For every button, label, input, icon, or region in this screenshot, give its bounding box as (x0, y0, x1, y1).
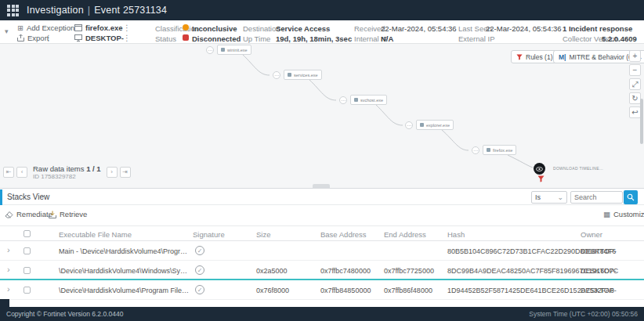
fit-view-button[interactable]: ⤢ (629, 78, 641, 90)
bottom-panel-toggle[interactable] (0, 299, 9, 307)
col-hash[interactable]: Hash (447, 230, 465, 239)
row-checkbox[interactable] (24, 247, 31, 254)
title-separator: | (88, 5, 90, 16)
customize-button[interactable]: ▦ Customize (603, 210, 644, 218)
device-item[interactable]: DESKTOP- (74, 34, 124, 42)
row-expand-icon[interactable]: › (7, 245, 10, 254)
classification-inconclusive-icon (183, 24, 189, 31)
stacks-view-header: Stacks View Is ⌄ (0, 189, 644, 205)
collapse-caret-icon[interactable]: ▾ (5, 27, 9, 35)
retrieve-label: Retrieve (60, 210, 87, 218)
row-expand-icon[interactable]: › (7, 284, 10, 294)
status-value: Disconnected (192, 34, 241, 43)
node-more-icon[interactable]: ⋯ (273, 71, 280, 79)
col-owner[interactable]: Owner (581, 230, 602, 239)
process-item[interactable]: firefox.exe (74, 23, 123, 32)
process-node[interactable]: svchost.exe (350, 95, 387, 105)
mitre-logo-icon: M| (559, 53, 566, 61)
process-node[interactable]: services.exe (284, 70, 322, 80)
search-button[interactable] (624, 190, 638, 204)
col-signature[interactable]: Signature (193, 230, 225, 239)
row-checkbox[interactable] (24, 267, 31, 274)
external-ip-label: External IP (458, 34, 494, 43)
destination-label: Destination (243, 24, 280, 33)
row-expand-icon[interactable]: › (7, 265, 10, 274)
cell-executable: \Device\HarddiskVolume4\Program Files\Mo… (59, 287, 190, 294)
filter-operator-value: Is (535, 193, 541, 201)
copyright-text: Copyright © Fortinet Version 6.2.0.0440 (6, 310, 123, 318)
uptime-label: Up Time (243, 34, 270, 43)
raw-data-id: ID 1758329782 (33, 173, 101, 180)
node-more-icon[interactable]: ⋯ (206, 46, 214, 54)
cell-owner: DESKTOP- (581, 287, 617, 294)
application-window-icon (74, 24, 82, 31)
col-executable-file-name[interactable]: Executable File Name (59, 230, 132, 239)
mitre-label: MITRE & Behavior (0) (569, 53, 634, 61)
filter-operator-select[interactable]: Is ⌄ (531, 191, 567, 204)
table-row[interactable]: › \Device\HarddiskVolume4\Windows\System… (0, 261, 644, 280)
add-exception-icon: ⊞ (17, 23, 24, 32)
apps-grid-icon[interactable] (7, 5, 19, 16)
process-node[interactable]: explorer.exe (416, 120, 454, 130)
remediate-button[interactable]: Remediate (5, 210, 52, 218)
process-node-label: services.exe (294, 73, 318, 78)
stacks-action-bar: Remediate Retrieve ▦ Customize (0, 206, 644, 225)
process-menu-icon[interactable]: ⋮ (123, 23, 131, 32)
page-next-button[interactable]: › (107, 167, 118, 178)
add-exception-button[interactable]: ⊞ Add Exception (17, 23, 74, 32)
process-graph-panel: ⋯ wininit.exe ⋯ services.exe ⋯ svchost.e… (0, 44, 644, 189)
download-timeline-label[interactable]: DOWNLOAD TIMELINE... (553, 166, 603, 171)
cell-base-address: 0x7ffb84850000 (320, 287, 371, 294)
process-node[interactable]: firefox.exe (483, 145, 516, 155)
collector-version-value: 5.2.0.4609 (602, 34, 637, 43)
graph-scrollbar[interactable] (640, 99, 643, 144)
chevron-down-icon: ⌄ (557, 193, 563, 201)
process-node-label: explorer.exe (426, 123, 450, 128)
search-icon (627, 193, 635, 201)
zoom-in-button[interactable]: + (629, 50, 641, 62)
customize-grid-icon: ▦ (603, 210, 610, 218)
search-input[interactable] (570, 191, 623, 204)
page-last-button[interactable]: ⇥ (120, 167, 131, 178)
device-menu-icon[interactable]: ⋮ (123, 34, 131, 42)
retrieve-button[interactable]: Retrieve (49, 210, 87, 218)
process-node-label: svchost.exe (360, 98, 383, 103)
undo-button[interactable]: ↩ (629, 106, 641, 118)
refresh-button[interactable]: ↻ (629, 92, 641, 104)
incident-response-link[interactable]: 1 Incident response (563, 24, 632, 33)
table-row[interactable]: › \Device\HarddiskVolume4\Program Files\… (0, 280, 644, 300)
cell-executable: Main - \Device\HarddiskVolume4\Program F… (59, 247, 190, 255)
remediate-icon (5, 211, 13, 218)
process-node[interactable]: wininit.exe (217, 45, 251, 55)
funnel-icon (516, 54, 523, 60)
node-more-icon[interactable]: ⋯ (405, 121, 413, 129)
tab-stacks-view[interactable]: Stacks View (7, 193, 49, 201)
internal-ip-value: N/A (381, 34, 393, 43)
export-icon (17, 34, 24, 41)
monitor-icon (74, 34, 82, 41)
select-all-checkbox[interactable] (24, 230, 31, 237)
row-checkbox[interactable] (24, 287, 31, 294)
zoom-out-button[interactable]: − (629, 64, 641, 76)
table-row[interactable]: › Main - \Device\HarddiskVolume4\Program… (0, 241, 644, 261)
event-funnel-icon[interactable] (537, 175, 545, 182)
customize-label: Customize (613, 210, 644, 218)
footer-bar: Copyright © Fortinet Version 6.2.0.0440 … (0, 307, 644, 321)
raw-data-pagination: ⇤ ‹ Raw data items 1 / 1 ID 1758329782 ›… (3, 164, 131, 180)
node-more-icon[interactable]: ⋯ (472, 146, 479, 154)
event-eye-node[interactable] (534, 163, 545, 175)
cell-end-address: 0x7ffb86f48000 (384, 287, 432, 294)
col-base-address[interactable]: Base Address (320, 230, 367, 239)
node-more-icon[interactable]: ⋯ (339, 96, 347, 104)
app-title: Investigation (27, 5, 84, 16)
process-node-icon (420, 123, 424, 127)
page-first-button[interactable]: ⇤ (3, 167, 14, 178)
process-node-label: wininit.exe (227, 48, 248, 52)
cell-owner: DESKTOP- (581, 247, 617, 255)
page-prev-button[interactable]: ‹ (16, 167, 27, 178)
col-end-address[interactable]: End Address (384, 230, 426, 239)
panel-splitter-handle[interactable] (313, 184, 330, 188)
top-bar: Investigation | Event 25731134 (0, 0, 644, 20)
col-size[interactable]: Size (256, 230, 270, 239)
export-menu-icon[interactable]: ⋮ (45, 34, 52, 42)
